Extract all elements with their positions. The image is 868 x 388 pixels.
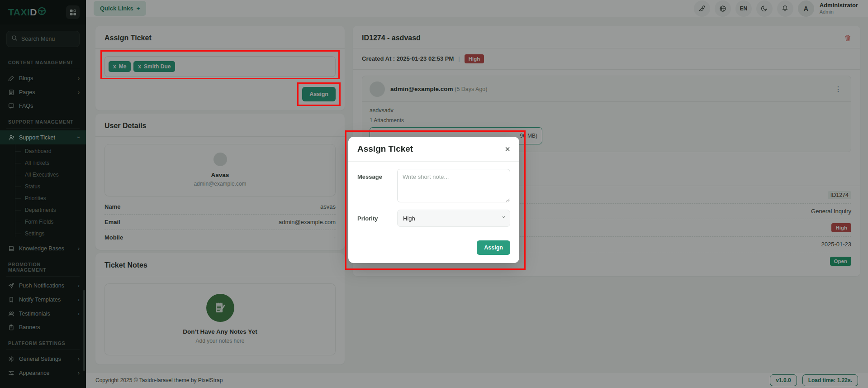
message-textarea[interactable]: [397, 169, 510, 202]
priority-select[interactable]: High: [397, 210, 510, 227]
priority-select-wrap: High ›: [397, 210, 510, 227]
message-label: Message: [357, 169, 391, 202]
message-form-row: Message: [357, 169, 510, 202]
modal-title: Assign Ticket: [357, 144, 413, 154]
modal-assign-label: Assign: [484, 244, 503, 251]
modal-close-icon[interactable]: ×: [505, 144, 510, 153]
assign-ticket-modal: Assign Ticket × Message Priority High › …: [348, 137, 519, 263]
priority-form-row: Priority High ›: [357, 210, 510, 227]
modal-assign-button[interactable]: Assign: [477, 240, 510, 255]
priority-label: Priority: [357, 215, 391, 222]
